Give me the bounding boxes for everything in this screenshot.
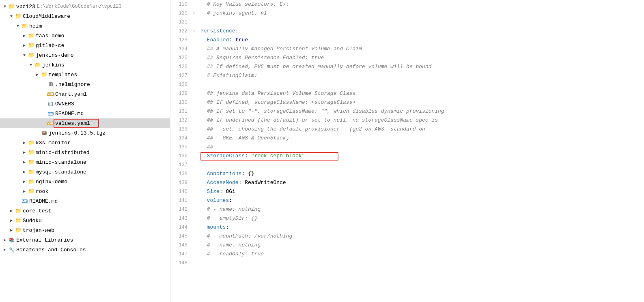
label-rook: rook [36, 188, 48, 195]
label-values-yaml: values.yaml [55, 120, 90, 126]
line-number-129: 129 [170, 89, 191, 98]
code-content-146[interactable]: # name: nothing [197, 241, 644, 250]
code-content-129[interactable]: ## jenkins data Persistent Volume Storag… [197, 89, 644, 98]
folder-icon-core-test: 📁 [15, 208, 22, 214]
tree-item-jenkins[interactable]: 📁 jenkins [0, 60, 170, 70]
tree-item-cloudmiddleware[interactable]: 📁 CloudMiddleware [0, 11, 170, 21]
line-number-137: 137 [170, 161, 191, 169]
code-line-146: 146 # name: nothing [170, 241, 644, 250]
code-content-120[interactable]: # jenkins-agent: v1 [197, 9, 644, 18]
tree-item-readme-cloud[interactable]: MD README.md [0, 196, 170, 206]
code-line-140: 140 Size: 8Gi [170, 187, 644, 196]
code-content-122[interactable]: Persistence: [197, 27, 644, 36]
line-number-125: 125 [170, 54, 191, 62]
code-line-135: 135 ## [170, 143, 644, 152]
folder-icon-gitlab-ce: 📁 [28, 42, 35, 49]
line-number-123: 123 [170, 36, 191, 45]
code-content-138[interactable]: Annotations: {} [197, 169, 644, 178]
label-jenkins-demo: jenkins-demo [36, 52, 74, 58]
tree-item-minio-standalone[interactable]: 📁 minio-standalone [0, 157, 170, 167]
code-content-140[interactable]: Size: 8Gi [197, 187, 644, 196]
tree-item-scratches[interactable]: 🔧 Scratches and Consoles [0, 245, 170, 255]
code-line-127: 127 # ExistingClaim: [170, 71, 644, 80]
tree-item-faas-demo[interactable]: 📁 faas-demo [0, 31, 170, 41]
code-content-139[interactable]: AccessMode: ReadWriteOnce [197, 178, 644, 187]
code-content-134[interactable]: ## GKE, AWS & OpenStack) [197, 134, 644, 143]
code-line-130: 130 ## If defined, storageClassName: <st… [170, 98, 644, 107]
line-number-135: 135 [170, 143, 191, 152]
code-line-143: 143 # emptyDir: {} [170, 214, 644, 223]
line-number-146: 146 [170, 241, 191, 250]
tree-item-jenkins-demo[interactable]: 📁 jenkins-demo [0, 50, 170, 60]
code-line-122: 122 ▷ Persistence: [170, 27, 644, 36]
arrow-templates [34, 71, 41, 78]
code-content-126[interactable]: ## If defined, PVC must be created manua… [197, 62, 644, 71]
code-content-133[interactable]: ## set, choosing the default provisioner… [197, 125, 644, 134]
code-content-127[interactable]: # ExistingClaim: [197, 71, 644, 80]
folder-icon-vpc123: 📁 [8, 3, 15, 10]
label-jenkins: jenkins [42, 62, 65, 68]
tree-item-helmignore[interactable]: H .helmignore [0, 79, 170, 89]
tree-item-mysql-standalone[interactable]: 📁 mysql-standalone [0, 167, 170, 177]
code-line-137: 137 [170, 161, 644, 169]
tree-item-core-test[interactable]: 📁 core-test [0, 206, 170, 216]
folder-icon-trojan-web: 📁 [15, 227, 22, 233]
line-number-136: 136 [170, 152, 191, 161]
folder-icon-faas-demo: 📁 [28, 32, 35, 39]
code-content-142[interactable]: # - name: nothing [197, 205, 644, 214]
label-k3s-monitor: k3s-monitor [36, 140, 71, 146]
tree-item-gitlab-ce[interactable]: 📁 gitlab-ce [0, 41, 170, 50]
code-content-136[interactable]: StorageClass: "rook-ceph-block" [197, 152, 644, 161]
line-number-126: 126 [170, 62, 191, 71]
label-minio-distributed: minio-distributed [36, 150, 90, 156]
code-content-125[interactable]: ## Requires Persistence.Enabled: true [197, 54, 644, 62]
label-core-test: core-test [23, 208, 51, 214]
tree-item-values-yaml[interactable]: YML values.yaml [0, 118, 170, 128]
code-content-144[interactable]: mounts: [197, 223, 644, 232]
scratch-icon: 🔧 [8, 246, 15, 253]
code-content-145[interactable]: # - mountPath: /var/nothing [197, 232, 644, 241]
tree-item-minio-distributed[interactable]: 📁 minio-distributed [0, 148, 170, 157]
code-line-145: 145 # - mountPath: /var/nothing [170, 232, 644, 241]
tree-item-external-libraries[interactable]: 📚 External Libraries [0, 235, 170, 245]
code-content-141[interactable]: volumes: [197, 196, 644, 205]
tree-item-helm[interactable]: 📁 helm [0, 21, 170, 31]
tree-item-trojan-web[interactable]: 📁 trojan-web [0, 225, 170, 235]
tree-item-templates[interactable]: 📁 templates [0, 70, 170, 79]
code-content-119[interactable]: # Key Value selectors. Ex: [197, 0, 644, 9]
code-line-120: 120 ▷ # jenkins-agent: v1 [170, 9, 644, 18]
tree-item-vpc123[interactable]: 📁 vpc123 E:\WorkCode\GoCode\src\vpc123 [0, 2, 170, 11]
code-content-131[interactable]: ## If set to "-", storageClassName: "", … [197, 107, 644, 116]
tree-item-nginx-demo[interactable]: 📁 nginx-demo [0, 177, 170, 186]
folder-icon-cloudmiddleware: 📁 [15, 13, 22, 19]
label-scratches: Scratches and Consoles [16, 247, 86, 253]
owners-icon: 📄 [47, 101, 54, 107]
arrow-vpc123 [2, 3, 8, 10]
code-content-135[interactable]: ## [197, 143, 644, 152]
line-number-128: 128 [170, 80, 191, 89]
tree-item-readme-jenkins[interactable]: MD README.md [0, 109, 170, 118]
tree-item-chart-yaml[interactable]: YML Chart.yaml [0, 89, 170, 99]
line-number-147: 147 [170, 250, 191, 259]
line-number-121: 121 [170, 18, 191, 27]
fold-col-122: ▷ [191, 27, 197, 36]
tree-item-rook[interactable]: 📁 rook [0, 186, 170, 196]
line-number-144: 144 [170, 223, 191, 232]
code-content-143[interactable]: # emptyDir: {} [197, 214, 644, 223]
arrow-helm [15, 23, 21, 29]
code-content-123[interactable]: Enabled: true [197, 36, 644, 45]
arrow-minio-distributed [21, 149, 28, 156]
code-content-130[interactable]: ## If defined, storageClassName: <storag… [197, 98, 644, 107]
tree-item-sudoku[interactable]: 📁 Sudoku [0, 216, 170, 225]
code-line-144: 144 mounts: [170, 223, 644, 232]
code-content-147[interactable]: # readOnly: true [197, 250, 644, 259]
arrow-jenkins [28, 62, 34, 68]
tree-item-jenkins-tgz[interactable]: 📦 jenkins-0.13.5.tgz [0, 128, 170, 138]
code-content-132[interactable]: ## If undefined (the default) or set to … [197, 116, 644, 125]
code-content-124[interactable]: ## A manually managed Persistent Volume … [197, 45, 644, 54]
tree-item-k3s-monitor[interactable]: 📁 k3s-monitor [0, 138, 170, 148]
arrow-scratches [2, 246, 8, 253]
label-external-libraries: External Libraries [16, 237, 73, 243]
tree-item-owners[interactable]: 📄 OWNERS [0, 99, 170, 109]
folder-icon-helm: 📁 [21, 23, 28, 29]
